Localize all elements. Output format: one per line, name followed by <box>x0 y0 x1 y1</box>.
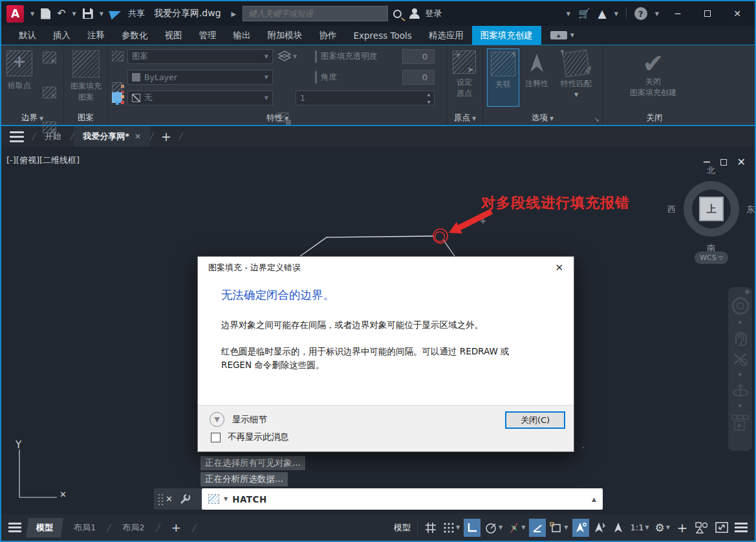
transparency-value[interactable]: 0 <box>402 49 435 64</box>
command-input[interactable]: ▼ HATCH ▲ <box>202 488 603 510</box>
panel-launcher-icon[interactable]: ↘ <box>594 116 599 123</box>
ribbon-tab-annotate[interactable]: 注释 <box>79 26 113 45</box>
object-snap-icon[interactable]: ▼ <box>548 519 570 537</box>
customization-menu-icon[interactable] <box>733 519 750 537</box>
maximize-button[interactable] <box>697 8 718 19</box>
orbit-icon[interactable] <box>731 382 750 399</box>
show-details-toggle[interactable]: ▼ 显示细节 <box>210 412 267 427</box>
autodesk-caret-icon[interactable]: ▼ <box>614 11 618 17</box>
orbit-caret-icon[interactable]: ▼ <box>739 404 742 409</box>
scale-down-icon[interactable]: ▼ <box>425 100 433 104</box>
dont-show-again-row[interactable]: 不再显示此消息 <box>211 431 289 443</box>
isometric-caret-icon[interactable]: ▼ <box>521 525 525 530</box>
hatch-color-dropdown[interactable]: ByLayer▼ <box>127 70 273 85</box>
dialog-close-icon[interactable]: ✕ <box>555 262 563 274</box>
isometric-drafting-icon[interactable]: ▼ <box>506 519 527 537</box>
autodesk-logo-icon[interactable]: ▲ <box>598 7 607 20</box>
login-link[interactable]: 登录 <box>425 8 442 19</box>
navbar-close-icon[interactable]: ⊗ <box>744 288 750 295</box>
scale-caret-icon[interactable]: ▼ <box>645 525 649 530</box>
wcs-dropdown[interactable]: WCS▽ <box>695 252 728 264</box>
close-hatch-creation-button[interactable]: ✔ 关闭 图案填充创建 <box>614 52 692 98</box>
drawing-area[interactable]: [-][俯视][二维线框] ─ ✕ 对多段线进行填充报错 北 西 东 南 上 W… <box>1 147 755 514</box>
minimize-button[interactable]: ─ <box>667 8 689 19</box>
object-snap-tracking-icon[interactable] <box>529 519 546 537</box>
viewport-restore-icon[interactable] <box>720 159 727 166</box>
origin-panel-label[interactable]: 原点▼ <box>448 113 482 124</box>
search-icon[interactable] <box>393 10 402 18</box>
annotation-scale-value[interactable]: 1:1 ▼ <box>629 519 651 537</box>
select-boundary-objects-icon[interactable]: ➤ <box>43 52 56 63</box>
hatch-pattern-button[interactable]: 图案填充 图案 <box>70 50 102 103</box>
close-file-tab-icon[interactable]: ✕ <box>135 132 141 141</box>
store-cart-icon[interactable]: 🛒 <box>578 8 590 19</box>
ribbon-tab-featured-apps[interactable]: 精选应用 <box>420 26 472 45</box>
ortho-mode-icon[interactable] <box>464 519 481 537</box>
dialog-close-button[interactable]: 关闭(C) <box>505 411 565 429</box>
ribbon-tab-parametric[interactable]: 参数化 <box>113 26 157 45</box>
zoom-icon[interactable] <box>731 351 750 368</box>
snap-mode-icon[interactable]: ▼ <box>441 519 462 537</box>
undo-caret-icon[interactable]: ▼ <box>72 11 76 17</box>
pan-hand-icon[interactable] <box>731 330 750 347</box>
scale-input[interactable]: 1 ▲▼ <box>296 91 435 105</box>
new-drawing-tab-button[interactable]: + <box>153 126 179 147</box>
view-cube-top-face[interactable]: 上 <box>699 197 724 221</box>
ribbon-tab-default[interactable]: 默认 <box>10 26 45 45</box>
annotation-scale-icon[interactable] <box>610 519 627 537</box>
annotative-toggle[interactable]: 注释性 <box>521 49 553 107</box>
plus-icon[interactable]: + <box>674 519 691 537</box>
command-close-icon[interactable]: ✕ <box>166 494 173 504</box>
ribbon-tab-collaborate[interactable]: 协作 <box>311 26 345 45</box>
share-label[interactable]: 共享 <box>128 8 145 19</box>
object-snap-caret-icon[interactable]: ▼ <box>564 525 568 530</box>
save-caret-icon[interactable]: ▼ <box>100 11 103 17</box>
isolate-objects-icon[interactable] <box>693 519 711 537</box>
help-caret-icon[interactable]: ▼ <box>655 11 659 17</box>
annotation-visibility-icon[interactable] <box>572 519 589 537</box>
customize-wrench-icon[interactable] <box>178 493 191 506</box>
view-cube[interactable]: 北 西 东 南 上 <box>682 179 741 239</box>
drag-grip-icon[interactable] <box>158 494 160 495</box>
match-properties-caret-icon[interactable]: ▼ <box>574 92 578 98</box>
snap-caret-icon[interactable]: ▼ <box>456 525 460 530</box>
pattern-dropdown[interactable]: 图案▼ <box>127 49 273 64</box>
grid-display-icon[interactable] <box>422 519 439 537</box>
clean-screen-icon[interactable] <box>713 519 731 537</box>
chevron-down-icon[interactable]: ▼ <box>210 412 224 427</box>
login-caret-icon[interactable]: ▼ <box>567 11 570 17</box>
file-tab-document[interactable]: 我爱分享网* ✕ <box>74 126 150 147</box>
share-icon[interactable] <box>109 8 122 20</box>
layout-tab-layout1[interactable]: 布局1 <box>65 518 105 537</box>
associative-toggle[interactable]: ⚡ 关联 <box>487 49 519 107</box>
layout-tabs-menu-icon[interactable] <box>6 519 23 537</box>
minimize-ribbon-button[interactable]: ▲ <box>550 31 567 39</box>
save-icon[interactable] <box>83 8 93 19</box>
properties-panel-label[interactable]: 特性▼ <box>108 113 447 124</box>
layout-tab-layout2[interactable]: 布局2 <box>113 518 153 537</box>
minimize-ribbon-caret-icon[interactable]: ▼ <box>570 32 574 38</box>
viewport-close-icon[interactable]: ✕ <box>737 156 746 168</box>
user-avatar-icon[interactable] <box>409 8 420 19</box>
dont-show-again-checkbox[interactable] <box>211 433 221 442</box>
background-color-dropdown[interactable]: 无▼ <box>127 91 273 105</box>
ribbon-tab-manage[interactable]: 管理 <box>191 26 225 45</box>
command-line-handle[interactable]: ✕ <box>154 488 202 510</box>
show-motion-icon[interactable] <box>731 413 750 433</box>
options-panel-label[interactable]: 选项▼ <box>483 113 602 124</box>
ribbon-tab-express-tools[interactable]: Express Tools <box>345 26 420 45</box>
boundary-panel-label[interactable]: 边界▼ <box>1 113 63 124</box>
polar-caret-icon[interactable]: ▼ <box>499 525 502 530</box>
annotation-autoscale-icon[interactable] <box>591 519 608 537</box>
file-tabs-menu-icon[interactable] <box>1 126 32 147</box>
ribbon-tab-insert[interactable]: 插入 <box>45 26 79 45</box>
layout-tab-model[interactable]: 模型 <box>26 518 63 537</box>
workspace-gear-icon[interactable]: ⚙ ▼ <box>653 519 672 537</box>
app-menu-caret-icon[interactable]: ▼ <box>30 11 34 17</box>
steering-wheel-icon[interactable] <box>731 296 750 316</box>
command-history-caret-icon[interactable]: ▲ <box>592 496 596 503</box>
ribbon-tab-addins[interactable]: 附加模块 <box>259 26 311 45</box>
angle-value[interactable]: 0 <box>402 70 435 85</box>
hatch-layer-icon[interactable]: ▼ <box>277 49 297 65</box>
autocad-app-icon[interactable]: A <box>6 5 24 23</box>
